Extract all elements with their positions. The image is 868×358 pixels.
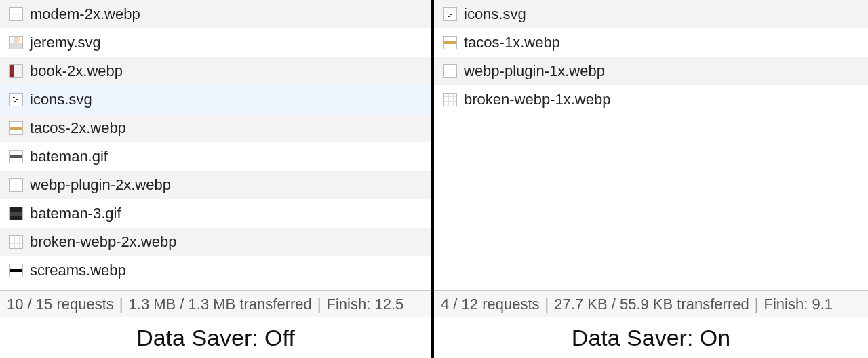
network-request-list-left[interactable]: modem-2x.webpjeremy.svgbook-2x.webpicons… (0, 0, 431, 290)
network-request-row[interactable]: broken-webp-1x.webp (434, 85, 868, 114)
status-separator: | (317, 296, 321, 313)
file-name: icons.svg (464, 5, 526, 23)
status-separator: | (545, 296, 549, 313)
caption-right: Data Saver: On (434, 317, 868, 358)
file-name: icons.svg (30, 91, 92, 108)
file-thumbnail-icon (443, 36, 457, 49)
transferred-shown: 27.7 KB (554, 296, 607, 313)
file-name: tacos-1x.webp (464, 34, 560, 52)
file-thumbnail-icon (9, 93, 23, 106)
status-bar-right: 4 / 12 requests | 27.7 KB / 55.9 KB tran… (434, 290, 868, 317)
file-name: screams.webp (30, 262, 126, 279)
network-request-row[interactable]: modem-2x.webp (0, 0, 431, 28)
network-request-row[interactable]: book-2x.webp (0, 57, 431, 85)
requests-shown: 4 (441, 296, 449, 313)
file-name: book-2x.webp (30, 62, 123, 80)
status-bar-left: 10 / 15 requests | 1.3 MB / 1.3 MB trans… (0, 290, 431, 317)
transferred-total: 1.3 MB (189, 296, 236, 313)
requests-shown: 10 (7, 296, 23, 313)
pane-data-saver-off: modem-2x.webpjeremy.svgbook-2x.webpicons… (0, 0, 434, 358)
requests-label: requests (482, 296, 539, 313)
file-thumbnail-icon (9, 264, 23, 277)
finish-value: 9.1 (812, 296, 833, 313)
file-thumbnail-icon (443, 7, 457, 21)
file-name: bateman.gif (30, 148, 108, 165)
network-request-row[interactable]: bateman.gif (0, 142, 431, 171)
network-request-row[interactable]: webp-plugin-2x.webp (0, 171, 431, 199)
network-request-row[interactable]: broken-webp-2x.webp (0, 228, 431, 256)
file-thumbnail-icon (9, 150, 23, 163)
transferred-shown: 1.3 MB (129, 296, 176, 313)
file-name: webp-plugin-2x.webp (30, 176, 171, 194)
caption-text: Data Saver: On (572, 325, 730, 351)
status-separator: | (119, 296, 123, 313)
file-thumbnail-icon (9, 64, 23, 78)
requests-total: 12 (462, 296, 478, 313)
network-request-row[interactable]: screams.webp (0, 256, 431, 285)
transferred-label: transferred (677, 296, 749, 313)
transferred-label: transferred (239, 296, 311, 313)
transferred-total: 55.9 KB (620, 296, 673, 313)
network-request-row[interactable]: icons.svg (434, 0, 868, 28)
file-name: webp-plugin-1x.webp (464, 62, 605, 80)
network-request-row[interactable]: jeremy.svg (0, 28, 431, 57)
file-name: jeremy.svg (30, 34, 101, 52)
pane-data-saver-on: icons.svgtacos-1x.webpwebp-plugin-1x.web… (434, 0, 868, 358)
file-thumbnail-icon (9, 121, 23, 135)
file-name: bateman-3.gif (30, 205, 121, 222)
network-request-list-right[interactable]: icons.svgtacos-1x.webpwebp-plugin-1x.web… (434, 0, 868, 290)
file-thumbnail-icon (9, 178, 23, 192)
file-thumbnail-icon (9, 36, 23, 49)
caption-text: Data Saver: Off (136, 325, 295, 351)
finish-label: Finish: (327, 296, 371, 313)
network-request-row[interactable]: webp-plugin-1x.webp (434, 57, 868, 85)
requests-total: 15 (36, 296, 52, 313)
file-thumbnail-icon (9, 7, 23, 21)
network-request-row[interactable]: tacos-2x.webp (0, 114, 431, 142)
requests-label: requests (56, 296, 113, 313)
file-thumbnail-icon (9, 207, 23, 220)
network-request-row[interactable]: tacos-1x.webp (434, 28, 868, 57)
network-request-row[interactable]: icons.svg (0, 85, 431, 114)
file-thumbnail-icon (443, 64, 457, 78)
status-separator: | (755, 296, 759, 313)
comparison-container: modem-2x.webpjeremy.svgbook-2x.webpicons… (0, 0, 868, 358)
caption-left: Data Saver: Off (0, 317, 431, 358)
network-request-row[interactable]: bateman-3.gif (0, 199, 431, 228)
file-name: tacos-2x.webp (30, 119, 126, 137)
file-name: broken-webp-1x.webp (464, 91, 610, 108)
file-thumbnail-icon (9, 235, 23, 249)
file-name: modem-2x.webp (30, 5, 140, 23)
finish-value: 12.5 (374, 296, 403, 313)
file-thumbnail-icon (443, 93, 457, 106)
finish-label: Finish: (764, 296, 808, 313)
file-name: broken-webp-2x.webp (30, 233, 176, 251)
